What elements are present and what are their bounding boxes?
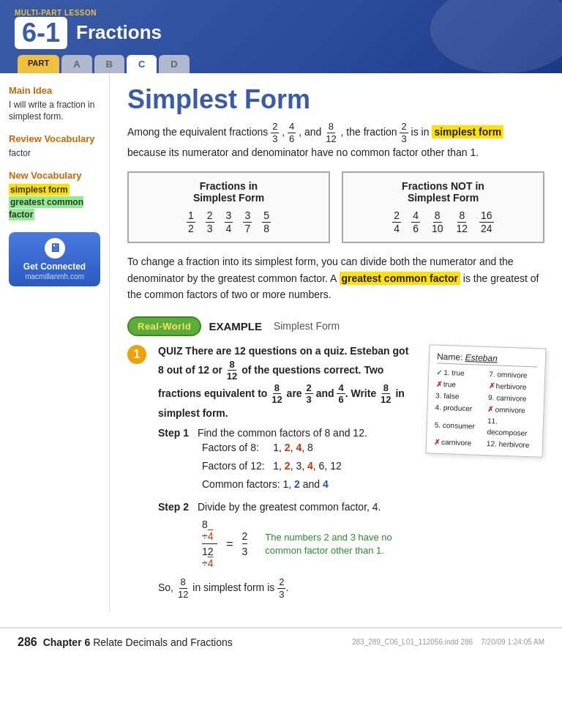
example-text-col: QUIZ There are 12 questions on a quiz. E… — [158, 343, 416, 601]
page-number: 286 — [18, 636, 37, 649]
footer-file: 283_289_C06_L01_112056.indd 286 7/20/09 … — [352, 638, 544, 646]
step2-label: Step 2 — [158, 501, 189, 513]
factor-4-b: 4 — [307, 460, 313, 472]
frac-3-7: 37 — [243, 209, 252, 235]
review-vocab-title: Review Vocabulary — [9, 133, 100, 144]
common-factors-row: Common factors: 1, 2 and 4 — [202, 475, 416, 494]
result-fraction: 2 3 — [242, 530, 248, 557]
new-vocab-words: simplest form greatest commonfactor — [9, 184, 100, 220]
tab-a[interactable]: A — [61, 55, 91, 73]
chapter-desc: Relate Decimals and Fractions — [93, 636, 233, 648]
quiz-card-items: ✓ 1. true 7. omnivore ✗ true ✗ herbivore… — [434, 366, 538, 450]
fractions-not-row: 24 46 810 812 1624 — [355, 209, 531, 235]
quiz-item-1: ✓ 1. true — [436, 366, 484, 379]
get-connected-title: Get Connected — [15, 261, 94, 272]
division-fraction: 8 ÷4 12 ÷4 — [202, 519, 217, 569]
quiz-item-5: 5. consumer — [434, 413, 483, 437]
step1-text: Find the common factors of 8 and 12. — [198, 427, 367, 439]
quiz-item-3: 3. false — [435, 390, 484, 402]
quiz-item-12: 12. herbivore — [487, 438, 535, 450]
footer: 286 Chapter 6 Relate Decimals and Fracti… — [0, 627, 562, 656]
chapter-label: Chapter 6 Relate Decimals and Fractions — [43, 636, 233, 648]
result-top: 2 — [242, 530, 248, 542]
page-title: Simplest Form — [127, 85, 544, 114]
quiz-item-10: ✗ omnivore — [487, 404, 536, 416]
quiz-item-9: 9. carnivore — [488, 392, 536, 404]
main-layout: Main Idea I will write a fraction in sim… — [0, 73, 562, 612]
example-number: 1 — [127, 345, 146, 364]
step1-label: Step 1 — [158, 427, 189, 439]
result-bottom: 3 — [242, 546, 248, 557]
factors-of-8-label: Factors of 8: — [202, 442, 259, 453]
lesson-title: Fractions — [76, 21, 162, 44]
division-top: 8 ÷4 — [202, 519, 217, 542]
cf-4: 4 — [323, 478, 329, 490]
vocab-simplest-form: simplest form — [9, 184, 70, 196]
frac-3-4: 34 — [225, 209, 233, 235]
quiz-card-name-value: Esteban — [465, 352, 498, 364]
tab-c[interactable]: C — [127, 55, 157, 73]
main-idea-title: Main Idea — [9, 85, 100, 96]
frac-2-4: 24 — [392, 209, 401, 235]
simplest-form-term: simplest form — [432, 125, 503, 138]
quiz-item-2: ✗ true — [436, 378, 484, 390]
common-factors-label: Common factors: — [202, 478, 280, 490]
vocab-gcf: greatest commonfactor — [9, 196, 83, 220]
frac-4-6b: 46 — [411, 209, 420, 235]
so-text: So, 812 in simplest form is 23 . — [158, 576, 416, 600]
fractions-in-row: 12 23 34 37 58 — [140, 209, 317, 235]
fractions-not-simplest-form-box: Fractions NOT inSimplest Form 24 46 810 … — [342, 171, 544, 244]
frac-8-12b: 812 — [455, 209, 470, 235]
real-world-header: Real-World EXAMPLE Simplest Form — [127, 316, 544, 336]
table-not-title: Fractions NOT inSimplest Form — [355, 180, 531, 204]
example-subtitle: Simplest Form — [274, 320, 340, 332]
frac-4-6: 46 — [288, 126, 299, 138]
frac-8-12: 812 — [324, 126, 340, 138]
frac-2-3: 23 — [271, 126, 282, 138]
gcf-term: greatest common factor — [340, 272, 460, 285]
get-connected-icon: 🖥 — [45, 238, 65, 259]
chapter-text: Chapter 6 — [43, 636, 91, 648]
tab-d[interactable]: D — [159, 55, 189, 73]
quiz-item-6: ✗ carnivore — [434, 436, 482, 448]
intro-paragraph: Among the equivalent fractions 23 , 46 ,… — [127, 121, 544, 161]
quiz-text: QUIZ There are 12 questions on a quiz. E… — [158, 343, 416, 421]
quiz-item-8: ✗ herbivore — [488, 380, 536, 393]
frac-8-10: 810 — [430, 209, 445, 235]
tab-b[interactable]: B — [94, 55, 124, 73]
real-world-badge: Real-World — [127, 316, 201, 336]
frac-16-24: 1624 — [479, 209, 494, 235]
file-name: 283_289_C06_L01_112056.indd 286 — [352, 638, 473, 646]
lesson-number: 6-1 — [15, 17, 67, 49]
fraction-tables: Fractions inSimplest Form 12 23 34 37 58… — [127, 171, 544, 244]
frac-1-2: 12 — [187, 209, 195, 235]
example-label: EXAMPLE — [209, 320, 262, 333]
frac-2-3b: 23 — [206, 209, 214, 235]
get-connected-box[interactable]: 🖥 Get Connected macmillanmh.com — [9, 232, 100, 286]
factor-2-b: 2 — [285, 460, 291, 472]
quiz-item-11: 11. decomposer — [487, 415, 536, 439]
cf-2: 2 — [294, 478, 300, 490]
content-area: Simplest Form Among the equivalent fract… — [110, 73, 562, 612]
frac-5-8: 58 — [262, 209, 271, 235]
review-vocab-word: factor — [9, 147, 100, 160]
step2-block: Step 2 Divide by the greatest common fac… — [158, 501, 416, 569]
quiz-item-7: 7. omnivore — [489, 368, 537, 381]
get-connected-url: macmillanmh.com — [25, 272, 84, 281]
equals-sign: = — [226, 538, 233, 551]
factors-of-8-row: Factors of 8: 1, 2, 4, 8 — [202, 439, 416, 457]
table-in-title: Fractions inSimplest Form — [140, 180, 317, 204]
quiz-card: Name: Esteban ✓ 1. true 7. omnivore ✗ tr… — [425, 344, 546, 457]
step2-text: Divide by the greatest common factor, 4. — [198, 501, 381, 513]
step1-content: Factors of 8: 1, 2, 4, 8 Factors of 12: … — [202, 439, 416, 494]
fractions-in-simplest-form-box: Fractions inSimplest Form 12 23 34 37 58 — [127, 171, 330, 244]
sidebar: Main Idea I will write a fraction in sim… — [0, 73, 110, 612]
date-stamp: 7/20/09 1:24:05 AM — [481, 638, 544, 646]
new-vocab-title: New Vocabulary — [9, 170, 100, 181]
factors-of-12-row: Factors of 12: 1, 2, 3, 4, 6, 12 — [202, 457, 416, 475]
main-idea-text: I will write a fraction in simplest form… — [9, 99, 100, 124]
factor-4-a: 4 — [296, 442, 301, 453]
quiz-card-name: Name: Esteban — [437, 351, 539, 367]
tab-part[interactable]: PART — [18, 55, 59, 73]
division-display: 8 ÷4 12 ÷4 = 2 3 T — [202, 519, 416, 569]
